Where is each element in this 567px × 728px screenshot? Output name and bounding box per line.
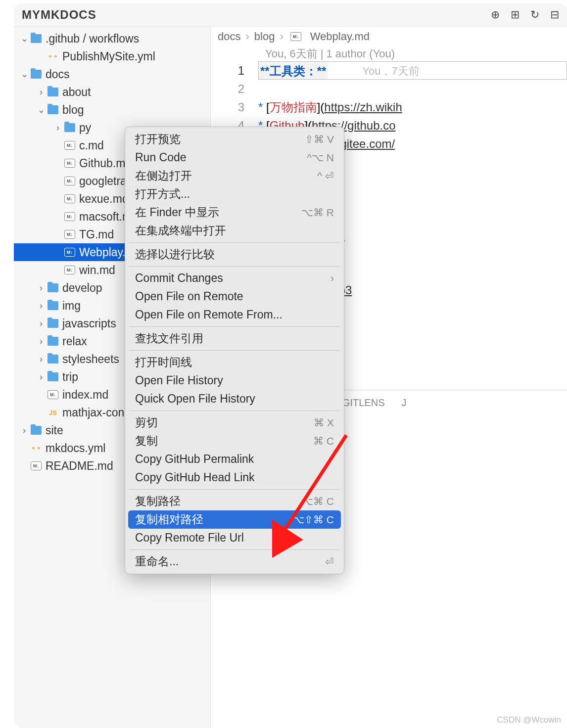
menu-item-Open-File-History[interactable]: Open File History [128,371,341,390]
menu-item--[interactable]: 复制路径⌥⌘ C [128,492,341,510]
tree-label: index.md [62,388,108,402]
markdown-icon: M↓ [290,32,301,41]
tree-label: site [46,424,63,437]
menu-label: 查找文件引用 [135,331,203,346]
menu-shortcut: ⌥⌘ C [301,496,334,507]
menu-label: 剪切 [135,415,158,430]
crumb-blog[interactable]: blog [254,30,275,43]
tree-item-about[interactable]: ›about [14,83,210,101]
tree-label: TG.md [79,228,114,241]
tree-label: win.md [79,264,115,277]
menu-shortcut: ⌥⇧⌘ C [292,514,334,526]
top-bar: MYMKDOCS ⊕ ⊞ ↻ ⊟ [14,3,567,27]
menu-label: 在 Finder 中显示 [135,205,219,220]
menu-item--[interactable]: 复制⌘ C [128,432,341,450]
markdown-icon: M↓ [64,266,75,274]
chevron-icon[interactable]: ⌄ [20,69,29,80]
chevron-icon[interactable]: › [53,123,62,133]
chevron-icon[interactable]: › [37,318,46,329]
menu-item--[interactable]: 打开时间线 [128,353,341,371]
menu-item--[interactable]: 打开方式... [128,185,341,203]
menu-label: Copy GitHub Permalink [135,453,254,466]
menu-shortcut: ⌥⌘ R [301,207,334,219]
context-menu[interactable]: 打开预览⇧⌘ VRun Code^⌥ N在侧边打开^ ⏎打开方式...在 Fin… [125,127,344,574]
menu-item-Quick-Open-File-History[interactable]: Quick Open File History [128,390,341,408]
crumb-docs[interactable]: docs [218,30,240,43]
menu-item--[interactable]: 查找文件引用 [128,329,341,348]
chevron-icon[interactable]: › [20,425,29,436]
menu-label: 复制 [135,433,158,449]
menu-item--[interactable]: 在侧边打开^ ⏎ [128,167,341,185]
menu-item-Open-File-on-Remote-From-[interactable]: Open File on Remote From... [128,306,341,324]
menu-item--[interactable]: 重命名...⏎ [128,552,341,571]
menu-label: 重命名... [135,554,179,569]
menu-label: Copy GitHub Head Link [135,471,255,484]
chevron-icon[interactable]: › [37,283,46,293]
menu-item--Finder-[interactable]: 在 Finder 中显示⌥⌘ R [128,203,341,222]
tree-item-PublishMySite-yml[interactable]: ⚬⚬PublishMySite.yml [14,47,210,65]
folder-icon [47,301,58,310]
chevron-icon[interactable]: › [37,336,46,347]
menu-shortcut: ^ ⏎ [317,170,334,182]
menu-item-Copy-GitHub-Permalink[interactable]: Copy GitHub Permalink [128,450,341,468]
new-file-icon[interactable]: ⊕ [491,8,500,21]
collapse-icon[interactable]: ⊟ [550,8,559,21]
menu-item-Open-File-on-Remote[interactable]: Open File on Remote [128,287,341,306]
menu-label: Run Code [135,151,187,164]
menu-shortcut: ⏎ [325,556,334,568]
menu-label: Copy Remote File Url [135,531,244,545]
markdown-icon: M↓ [64,194,75,203]
breadcrumb[interactable]: docs› blog› M↓ Webplay.md [211,27,567,46]
folder-icon [31,34,42,43]
menu-item-Commit-Changes[interactable]: Commit Changes› [128,269,341,287]
tree-label: mathjax-con [62,406,124,419]
tree-item--github-workflows[interactable]: ⌄.github / workflows [14,30,210,47]
menu-item-Run-Code[interactable]: Run Code^⌥ N [128,148,341,167]
menu-item-Copy-Remote-File-Url[interactable]: Copy Remote File Url [128,529,341,547]
tree-label: trip [62,370,78,384]
menu-label: 在集成终端中打开 [135,223,226,238]
menu-item-Copy-GitHub-Head-Link[interactable]: Copy GitHub Head Link [128,468,341,487]
chevron-icon[interactable]: ⌄ [37,104,46,115]
chevron-icon[interactable]: ⌄ [20,33,29,44]
tree-label: img [62,299,81,313]
folder-icon [47,283,58,292]
menu-label: Quick Open File History [135,392,255,406]
folder-icon [64,123,75,132]
menu-shortcut: ⇧⌘ V [305,134,334,145]
menu-item--[interactable]: 在集成终端中打开 [128,222,341,240]
markdown-icon: M↓ [64,248,75,257]
menu-item--[interactable]: 复制相对路径⌥⇧⌘ C [128,510,341,529]
code-line[interactable]: * [万物指南](https://zh.wikih [258,98,567,116]
folder-icon [47,355,58,364]
menu-shortcut: ⌘ X [314,417,334,429]
tree-label: py [79,121,91,135]
menu-label: 复制相对路径 [135,512,203,527]
chevron-icon[interactable]: › [37,87,46,97]
tab-j[interactable]: J [402,397,407,410]
tree-label: develop [62,281,102,295]
menu-item--[interactable]: 选择以进行比较 [128,245,341,264]
chevron-icon[interactable]: › [37,301,46,311]
menu-label: 复制路径 [135,494,181,509]
markdown-icon: M↓ [64,177,75,185]
tab-gitlens[interactable]: GITLENS [342,397,385,410]
folder-icon [47,88,58,96]
menu-label: Open File History [135,374,223,387]
tree-label: about [62,86,91,99]
tree-label: kexue.md [79,192,129,206]
tree-label: blog [62,103,84,117]
tree-item-docs[interactable]: ⌄docs [14,65,210,83]
menu-shortcut: ^⌥ N [307,152,334,164]
menu-label: 在侧边打开 [135,168,192,183]
refresh-icon[interactable]: ↻ [530,8,539,21]
crumb-file[interactable]: Webplay.md [310,30,370,43]
new-folder-icon[interactable]: ⊞ [511,8,520,21]
menu-item--[interactable]: 剪切⌘ X [128,413,341,432]
yaml-icon: ⚬⚬ [31,444,42,453]
chevron-icon[interactable]: › [37,354,46,364]
menu-item--[interactable]: 打开预览⇧⌘ V [128,130,341,148]
chevron-icon[interactable]: › [37,372,46,382]
gitlens-blame-bar: You, 6天前 | 1 author (You) [211,46,567,61]
tree-item-blog[interactable]: ⌄blog [14,101,210,119]
